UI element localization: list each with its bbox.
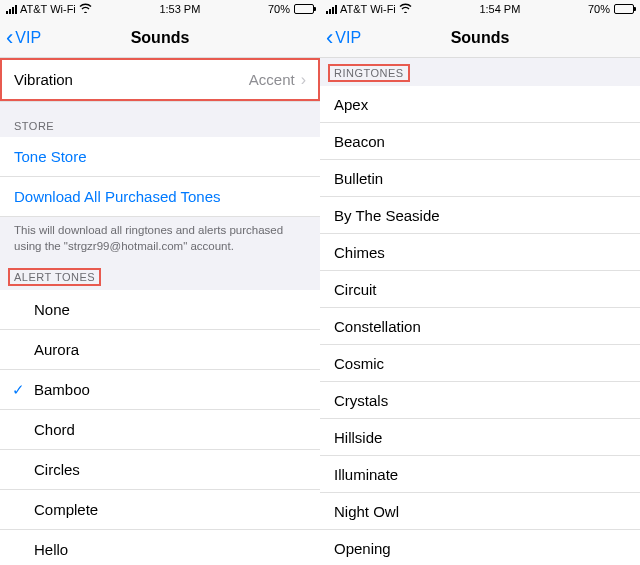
alert-tone-row[interactable]: Aurora xyxy=(0,330,320,370)
ringtones-header: RINGTONES xyxy=(328,64,410,82)
signal-icon xyxy=(326,5,337,14)
tone-label: Crystals xyxy=(334,392,626,409)
ringtone-row[interactable]: Apex xyxy=(320,86,640,123)
status-bar: AT&T Wi-Fi 1:54 PM 70% xyxy=(320,0,640,18)
tone-label: Circuit xyxy=(334,281,626,298)
status-bar: AT&T Wi-Fi 1:53 PM 70% xyxy=(0,0,320,18)
tone-label: Night Owl xyxy=(334,503,626,520)
battery-icon xyxy=(294,4,314,14)
tone-label: Bamboo xyxy=(14,381,306,398)
vibration-label: Vibration xyxy=(14,71,249,88)
clock: 1:53 PM xyxy=(159,3,200,15)
nav-bar: ‹ VIP Sounds xyxy=(0,18,320,58)
back-button[interactable]: ‹ VIP xyxy=(320,27,361,49)
carrier-label: AT&T Wi-Fi xyxy=(340,3,396,15)
chevron-left-icon: ‹ xyxy=(6,27,13,49)
ringtone-row[interactable]: Cosmic xyxy=(320,345,640,382)
tone-label: Opening xyxy=(334,540,626,557)
tone-label: None xyxy=(14,301,306,318)
ringtone-row[interactable]: Night Owl xyxy=(320,493,640,530)
vibration-value: Accent xyxy=(249,71,295,88)
tone-label: By The Seaside xyxy=(334,207,626,224)
tone-label: Illuminate xyxy=(334,466,626,483)
alert-tone-row[interactable]: Complete xyxy=(0,490,320,530)
back-label: VIP xyxy=(15,29,41,47)
alert-tones-header: ALERT TONES xyxy=(8,268,101,286)
signal-icon xyxy=(6,5,17,14)
ringtone-row[interactable]: Beacon xyxy=(320,123,640,160)
nav-bar: ‹ VIP Sounds xyxy=(320,18,640,58)
ringtone-row[interactable]: Constellation xyxy=(320,308,640,345)
battery-pct: 70% xyxy=(268,3,290,15)
battery-icon xyxy=(614,4,634,14)
carrier-label: AT&T Wi-Fi xyxy=(20,3,76,15)
back-button[interactable]: ‹ VIP xyxy=(0,27,41,49)
phone-left: AT&T Wi-Fi 1:53 PM 70% ‹ VIP Sounds Vibr… xyxy=(0,0,320,565)
tone-label: Chord xyxy=(14,421,306,438)
ringtone-row[interactable]: Crystals xyxy=(320,382,640,419)
tone-label: Aurora xyxy=(14,341,306,358)
alert-tone-row[interactable]: None xyxy=(0,290,320,330)
checkmark-icon: ✓ xyxy=(12,381,25,399)
ringtone-row[interactable]: Opening xyxy=(320,530,640,565)
battery-pct: 70% xyxy=(588,3,610,15)
download-all-link[interactable]: Download All Purchased Tones xyxy=(0,177,320,217)
vibration-row[interactable]: Vibration Accent › xyxy=(0,58,320,102)
ringtone-row[interactable]: By The Seaside xyxy=(320,197,640,234)
ringtone-row[interactable]: Illuminate xyxy=(320,456,640,493)
chevron-left-icon: ‹ xyxy=(326,27,333,49)
tone-label: Cosmic xyxy=(334,355,626,372)
ringtone-row[interactable]: Circuit xyxy=(320,271,640,308)
ringtone-row[interactable]: Hillside xyxy=(320,419,640,456)
wifi-icon xyxy=(79,2,92,16)
tone-label: Constellation xyxy=(334,318,626,335)
store-header: STORE xyxy=(0,102,320,137)
tone-label: Complete xyxy=(14,501,306,518)
alert-tone-row[interactable]: Circles xyxy=(0,450,320,490)
download-note: This will download all ringtones and ale… xyxy=(0,217,320,262)
phone-right: AT&T Wi-Fi 1:54 PM 70% ‹ VIP Sounds RING… xyxy=(320,0,640,565)
alert-tone-row[interactable]: ✓Bamboo xyxy=(0,370,320,410)
back-label: VIP xyxy=(335,29,361,47)
tone-store-link[interactable]: Tone Store xyxy=(0,137,320,177)
alert-tone-row[interactable]: Chord xyxy=(0,410,320,450)
page-title: Sounds xyxy=(320,29,640,47)
tone-label: Bulletin xyxy=(334,170,626,187)
page-title: Sounds xyxy=(0,29,320,47)
tone-label: Hello xyxy=(14,541,306,558)
clock: 1:54 PM xyxy=(479,3,520,15)
wifi-icon xyxy=(399,2,412,16)
tone-label: Hillside xyxy=(334,429,626,446)
ringtone-row[interactable]: Bulletin xyxy=(320,160,640,197)
tone-label: Circles xyxy=(14,461,306,478)
alert-tone-row[interactable]: Hello xyxy=(0,530,320,565)
tone-label: Beacon xyxy=(334,133,626,150)
ringtone-row[interactable]: Chimes xyxy=(320,234,640,271)
chevron-right-icon: › xyxy=(301,71,306,89)
tone-label: Apex xyxy=(334,96,626,113)
tone-label: Chimes xyxy=(334,244,626,261)
